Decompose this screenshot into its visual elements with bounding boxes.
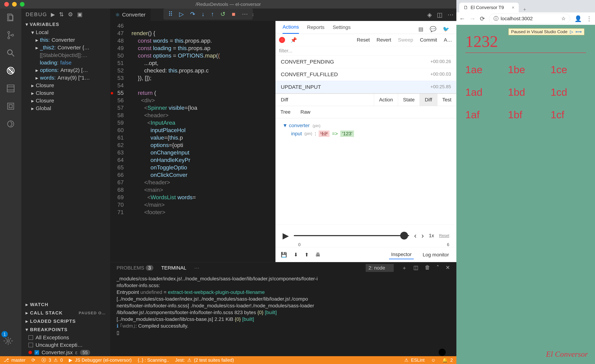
- next-icon[interactable]: ›: [422, 232, 424, 240]
- more-icon[interactable]: ⋯: [447, 11, 453, 18]
- split-icon[interactable]: ◫: [437, 11, 443, 18]
- debug-status[interactable]: ▶ JS Debugger (el-conversor): [69, 357, 132, 363]
- view-action[interactable]: Action: [374, 94, 398, 106]
- jest-status[interactable]: Jest: ⚠ (2 test suites failed): [175, 357, 234, 363]
- scope-global[interactable]: Global: [21, 105, 110, 112]
- bell-icon[interactable]: 🔔 2: [442, 357, 453, 363]
- word-cell[interactable]: 1af: [465, 109, 501, 121]
- var-options[interactable]: options: Array(2) […: [21, 66, 110, 74]
- split-terminal-icon[interactable]: ◫: [413, 264, 418, 272]
- view-state[interactable]: State: [398, 94, 420, 106]
- dt-tab-reports[interactable]: Reports: [307, 25, 325, 33]
- tab-converter[interactable]: ⚛Converter: [110, 8, 150, 21]
- revert-button[interactable]: Revert: [376, 36, 392, 44]
- back-icon[interactable]: ←: [459, 15, 465, 22]
- word-cell[interactable]: 1ae: [465, 64, 501, 76]
- close-tab-icon[interactable]: ×: [512, 5, 514, 10]
- chevron-up-icon[interactable]: ˄: [437, 264, 439, 272]
- more-icon[interactable]: ⋯: [239, 9, 250, 19]
- menu-icon[interactable]: ⋮: [586, 15, 592, 22]
- chat-icon[interactable]: 💬: [430, 26, 436, 32]
- git-branch[interactable]: ⎇master: [4, 357, 25, 363]
- terminal-select[interactable]: 2: node: [366, 264, 394, 272]
- play-icon[interactable]: ▶: [283, 231, 289, 240]
- step-out-icon[interactable]: ↑: [208, 10, 216, 19]
- box-icon[interactable]: [6, 102, 15, 111]
- close-window-icon[interactable]: [4, 2, 9, 7]
- book-icon[interactable]: ▤: [418, 26, 423, 32]
- action-row[interactable]: UPDATE_INPUT+00:25.85: [276, 81, 456, 93]
- variables-section[interactable]: VARIABLES: [21, 20, 110, 29]
- auto-button[interactable]: A…: [443, 36, 453, 44]
- save-icon[interactable]: 💾: [281, 252, 287, 258]
- word-cell[interactable]: 1ad: [465, 86, 501, 98]
- settings-gear-icon[interactable]: 1: [4, 336, 13, 345]
- var-words[interactable]: words: Array(9) ["1…: [21, 74, 110, 82]
- scope-local[interactable]: Local: [21, 29, 110, 36]
- url-bar[interactable]: ⓘlocalhost:3002☆: [489, 14, 570, 24]
- bp-uncaught[interactable]: Uncaught Excepti…: [21, 341, 110, 349]
- star-icon[interactable]: ☆: [561, 16, 566, 21]
- new-terminal-icon[interactable]: ＋: [402, 264, 407, 272]
- subview-tree[interactable]: Tree: [276, 106, 296, 118]
- restart-icon[interactable]: ↺: [218, 9, 228, 19]
- terminal-output[interactable]: _modules/css-loader/index.js!../node_mod…: [110, 274, 456, 356]
- code-editor[interactable]: 464748495051525354● 55565758596061626364…: [110, 21, 276, 262]
- reset-button[interactable]: Reset: [356, 36, 370, 44]
- drag-handle-icon[interactable]: ⠿: [166, 9, 175, 19]
- eslint-status[interactable]: ⚠ ESLint: [404, 357, 425, 363]
- problems-tab[interactable]: PROBLEMS3: [117, 265, 153, 271]
- continue-icon[interactable]: ▷: [177, 9, 186, 19]
- view-diff[interactable]: Diff: [420, 94, 437, 106]
- terminal-tab[interactable]: TERMINAL: [161, 265, 186, 271]
- callstack-section[interactable]: CALL STACKPAUSED O…: [21, 309, 110, 317]
- github-icon[interactable]: [439, 349, 446, 356]
- diamond-icon[interactable]: ◈: [427, 11, 432, 18]
- search-icon[interactable]: [6, 48, 15, 57]
- twitter-icon[interactable]: 🐦: [443, 26, 449, 32]
- scope-closure3[interactable]: Closure: [21, 97, 110, 105]
- view-test[interactable]: Test: [437, 94, 456, 106]
- config-dropdown-icon[interactable]: ⇅: [59, 11, 64, 18]
- stop-icon[interactable]: ■: [229, 10, 238, 19]
- import-icon[interactable]: ⬇: [294, 252, 298, 258]
- trash-icon[interactable]: 🗑: [425, 264, 430, 272]
- browser-tab[interactable]: 🗋El Conversor T9×: [459, 3, 519, 13]
- bp-all-exceptions[interactable]: All Exceptions: [21, 334, 110, 341]
- explorer-icon[interactable]: [6, 13, 15, 22]
- close-panel-icon[interactable]: ✕: [446, 264, 450, 272]
- paused-badge[interactable]: Paused in Visual Studio Code▷⟾: [509, 28, 584, 35]
- feedback-icon[interactable]: ☺: [431, 357, 436, 363]
- bp-file[interactable]: ✓Converter.jsxε55: [21, 349, 110, 356]
- step-over-icon[interactable]: ↷: [188, 9, 198, 19]
- var-this[interactable]: this: Converter: [21, 36, 110, 44]
- debug-toolbar[interactable]: ⠿ ▷ ↷ ↓ ↑ ↺ ■ ⋯: [163, 8, 253, 20]
- action-row[interactable]: CONVERT_FULFILLED+00:00.03: [276, 68, 456, 81]
- commit-button[interactable]: Commit: [419, 36, 438, 44]
- more-tab-icon[interactable]: ⋯: [194, 265, 199, 271]
- watch-section[interactable]: WATCH: [21, 300, 110, 309]
- scope-closure[interactable]: Closure: [21, 82, 110, 89]
- scope-closure2[interactable]: Closure: [21, 89, 110, 97]
- record-icon[interactable]: [279, 37, 285, 43]
- maximize-window-icon[interactable]: [20, 2, 25, 7]
- sync-icon[interactable]: ⟳: [31, 357, 35, 363]
- pin-icon[interactable]: 📌: [290, 37, 297, 43]
- timeline-slider[interactable]: [294, 235, 409, 236]
- breakpoints-section[interactable]: BREAKPOINTS: [21, 325, 110, 334]
- action-row[interactable]: CONVERT_PENDING+00:00.26: [276, 55, 456, 68]
- inspector-tab[interactable]: Inspector: [389, 250, 414, 259]
- cycle-icon[interactable]: [6, 119, 15, 129]
- problems-status[interactable]: ⓧ3⚠0: [41, 357, 63, 363]
- log-monitor-tab[interactable]: Log monitor: [420, 251, 451, 259]
- profile-icon[interactable]: 👤: [574, 15, 582, 22]
- start-debug-icon[interactable]: ▶: [51, 11, 56, 18]
- word-cell[interactable]: 1ce: [551, 64, 586, 76]
- dt-tab-settings[interactable]: Settings: [333, 25, 351, 33]
- reload-icon[interactable]: ⟳: [480, 15, 485, 22]
- new-tab-icon[interactable]: ＋: [522, 6, 527, 13]
- subview-raw[interactable]: Raw: [296, 106, 315, 118]
- dt-tab-actions[interactable]: Actions: [283, 24, 299, 34]
- minimize-window-icon[interactable]: [12, 2, 17, 7]
- traffic-lights[interactable]: [0, 2, 25, 7]
